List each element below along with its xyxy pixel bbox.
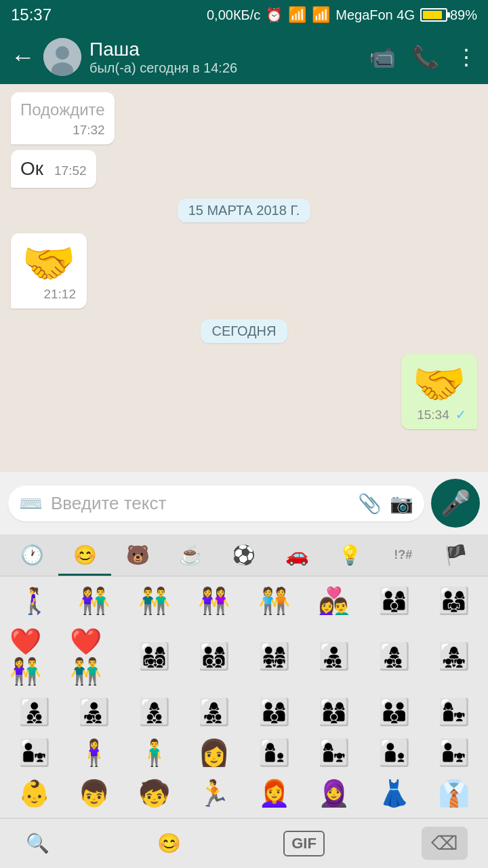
- video-call-icon[interactable]: 📹: [369, 44, 396, 70]
- voice-call-icon[interactable]: 📞: [412, 44, 439, 70]
- message-ok: Ок 17:52: [11, 150, 96, 188]
- emoji-tabs: 🕐 😊 🐻 ☕ ⚽ 🚗 💡 !?# 🏴: [0, 534, 488, 576]
- emoji-family3[interactable]: ❤️👫: [5, 623, 63, 690]
- emoji-family10[interactable]: 👩‍👧‍👧: [426, 623, 483, 690]
- emoji-person8[interactable]: 👨‍👧: [426, 734, 483, 772]
- keyboard-search-button[interactable]: 🔍: [20, 827, 55, 860]
- contact-status: был(-а) сегодня в 14:26: [89, 60, 361, 76]
- emoji-tab-sports[interactable]: ⚽: [218, 534, 270, 576]
- emoji-family1[interactable]: 👨‍👩‍👦: [365, 582, 423, 620]
- keyboard-toggle-icon[interactable]: ⌨️: [19, 492, 43, 515]
- contact-avatar[interactable]: [43, 38, 81, 76]
- emoji-family15[interactable]: 👨‍👩‍👦: [245, 693, 303, 731]
- emoji-family5[interactable]: 👨‍👩‍👧‍👦: [125, 623, 183, 690]
- more-options-icon[interactable]: ⋮: [455, 44, 477, 70]
- camera-icon[interactable]: 📷: [390, 492, 413, 515]
- emoji-baby[interactable]: 👶: [5, 774, 63, 812]
- emoji-family9[interactable]: 👩‍👧‍👦: [365, 623, 423, 690]
- emoji-person1[interactable]: 👨‍👧: [5, 734, 63, 772]
- read-checkmark: ✓: [455, 408, 466, 422]
- emoji-tab-travel[interactable]: 🚗: [270, 534, 323, 576]
- wifi-icon: 📶: [288, 6, 306, 24]
- emoji-person7[interactable]: 👨‍👦: [365, 734, 423, 772]
- emoji-tab-recent[interactable]: 🕐: [5, 534, 58, 576]
- emoji-family13[interactable]: 👩‍👦‍👦: [125, 693, 183, 731]
- emoji-couple-heart[interactable]: 👩‍❤️‍👨: [306, 582, 363, 620]
- input-area: ⌨️ Введите текст 📎 📷 🎤: [0, 472, 488, 534]
- emoji-tab-objects[interactable]: 💡: [323, 534, 376, 576]
- input-box[interactable]: ⌨️ Введите текст 📎 📷: [8, 486, 424, 521]
- emoji-tab-smileys[interactable]: 😊: [58, 534, 111, 576]
- message-ok-text: Ок: [20, 157, 43, 181]
- emoji-tab-symbols[interactable]: !?#: [377, 534, 430, 576]
- header-actions: 📹 📞 ⋮: [369, 44, 477, 70]
- emoji-family11[interactable]: 👨‍👦‍👦: [5, 693, 63, 731]
- status-bar: 15:37 0,00КБ/с ⏰ 📶 📶 MegaFon 4G 89%: [0, 0, 488, 30]
- alarm-icon: ⏰: [266, 7, 283, 23]
- emoji-redhead[interactable]: 👩‍🦰: [245, 774, 303, 812]
- message-handshake-sent: 🤝 15:34 ✓: [401, 354, 477, 429]
- emoji-couple-women[interactable]: 👭: [186, 582, 243, 620]
- attach-icon[interactable]: 📎: [358, 492, 382, 515]
- emoji-person3[interactable]: 🧍‍♂️: [125, 734, 183, 772]
- network-speed: 0,00КБ/с: [207, 7, 260, 23]
- emoji-family18[interactable]: 👩‍👧: [426, 693, 483, 731]
- message-handshake-sent-container: 🤝 15:34 ✓: [11, 354, 477, 429]
- emoji-walking-woman[interactable]: 🚶‍♀️: [5, 582, 63, 620]
- emoji-dress[interactable]: 👗: [365, 774, 423, 812]
- emoji-family12[interactable]: 👨‍👧‍👦: [66, 693, 123, 731]
- message-ok-time: 17:52: [54, 163, 87, 178]
- contact-name: Паша: [89, 39, 361, 60]
- emoji-family2[interactable]: 👨‍👩‍👧: [426, 582, 483, 620]
- emoji-family8[interactable]: 👨‍👧‍👦: [306, 623, 363, 690]
- emoji-couple-men[interactable]: 👬: [125, 582, 183, 620]
- date-label-march: 15 МАРТА 2018 Г.: [178, 199, 311, 222]
- keyboard-bottom-bar: 🔍 😊 GIF ⌫: [0, 818, 488, 868]
- emoji-family14[interactable]: 👩‍👧‍👦: [186, 693, 243, 731]
- message-ok-container: Ок 17:52: [11, 150, 477, 188]
- keyboard-emoji-button[interactable]: 😊: [152, 827, 186, 860]
- emoji-tab-flags[interactable]: 🏴: [430, 534, 483, 576]
- keyboard-gif-button[interactable]: GIF: [283, 831, 325, 856]
- message-input-placeholder[interactable]: Введите текст: [51, 493, 350, 514]
- contact-info[interactable]: Паша был(-а) сегодня в 14:26: [89, 39, 361, 76]
- emoji-couple-mixed[interactable]: 👫: [66, 582, 123, 620]
- signal-icon: 📶: [312, 6, 330, 24]
- emoji-family7[interactable]: 👨‍👩‍👧‍👧: [245, 623, 303, 690]
- emoji-tab-animals[interactable]: 🐻: [111, 534, 164, 576]
- emoji-person6[interactable]: 👩‍👧: [306, 734, 363, 772]
- message-truncated: Подождите 17:32: [11, 92, 115, 144]
- emoji-hijab[interactable]: 🧕: [306, 774, 363, 812]
- mic-button[interactable]: 🎤: [431, 479, 480, 528]
- message-container: Подождите 17:32: [11, 92, 477, 144]
- back-button[interactable]: ←: [11, 45, 35, 69]
- keyboard-delete-button[interactable]: ⌫: [422, 827, 468, 860]
- battery-percent: 89%: [450, 7, 477, 23]
- date-divider-today: СЕГОДНЯ: [11, 319, 477, 343]
- emoji-family6[interactable]: 👨‍👩‍👦‍👦: [186, 623, 243, 690]
- emoji-boy[interactable]: 👦: [66, 774, 123, 812]
- carrier-label: MegaFon 4G: [336, 7, 415, 23]
- emoji-person4[interactable]: 👩: [186, 734, 243, 772]
- emoji-family17[interactable]: 👨‍👨‍👦: [365, 693, 423, 731]
- emoji-tab-food[interactable]: ☕: [165, 534, 218, 576]
- emoji-suit[interactable]: 👔: [426, 774, 483, 812]
- emoji-child[interactable]: 🧒: [125, 774, 183, 812]
- message-time: 17:32: [20, 123, 105, 138]
- emoji-family16[interactable]: 👩‍👩‍👦: [306, 693, 363, 731]
- emoji-keyboard: 🕐 😊 🐻 ☕ ⚽ 🚗 💡 !?# 🏴 🚶‍♀️ 👫 👬 👭 🧑‍🤝‍🧑 👩‍❤…: [0, 534, 488, 868]
- date-label-today: СЕГОДНЯ: [201, 319, 287, 343]
- emoji-holding-hands[interactable]: 🧑‍🤝‍🧑: [245, 582, 303, 620]
- emoji-person2[interactable]: 🧍‍♀️: [66, 734, 123, 772]
- svg-point-1: [56, 46, 69, 60]
- status-time: 15:37: [11, 5, 52, 24]
- mic-icon: 🎤: [441, 489, 471, 517]
- chat-area: Подождите 17:32 Ок 17:52 15 МАРТА 2018 Г…: [0, 84, 488, 472]
- message-handshake-sent-time: 15:34 ✓: [412, 408, 466, 421]
- emoji-person5[interactable]: 👩‍👦: [245, 734, 303, 772]
- message-handshake-received-time: 21:12: [22, 288, 76, 300]
- chat-header: ← Паша был(-а) сегодня в 14:26 📹 📞 ⋮: [0, 30, 488, 84]
- emoji-family4[interactable]: ❤️👬: [66, 623, 123, 690]
- message-handshake-received-container: 🤝 21:12: [11, 233, 477, 309]
- emoji-runner[interactable]: 🏃: [186, 774, 243, 812]
